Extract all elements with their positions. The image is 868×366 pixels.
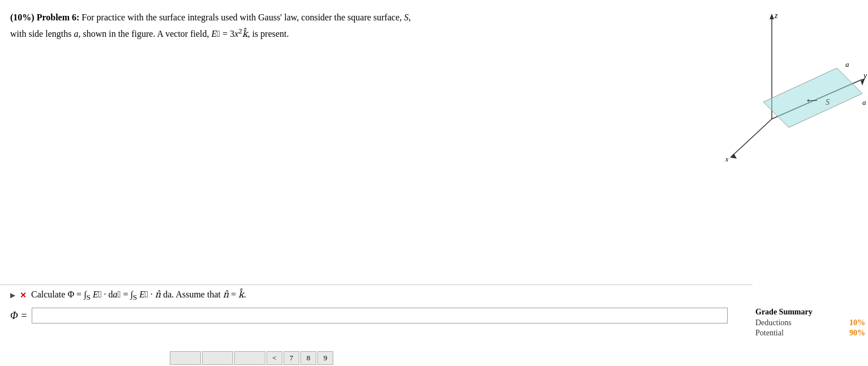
deductions-label: Deductions <box>755 318 792 327</box>
play-icon[interactable]: ▶ <box>10 291 15 300</box>
calculator-buttons: < 7 8 9 <box>170 351 333 365</box>
calculate-section: ▶ ✕ Calculate Φ = ∫S E⃗ · da⃗ = ∫S E⃗ · … <box>10 289 751 324</box>
potential-row: Potential 90% <box>755 329 865 338</box>
svg-marker-7 <box>730 154 737 159</box>
calculate-row: ▶ ✕ Calculate Φ = ∫S E⃗ · da⃗ = ∫S E⃗ · … <box>10 289 751 302</box>
svg-text:a: a <box>862 98 866 107</box>
3d-figure-svg: z y x a a S ⟵ <box>659 6 868 181</box>
problem-number: (10%) Problem 6: <box>10 12 79 22</box>
svg-text:a: a <box>845 60 849 69</box>
potential-value: 90% <box>849 329 865 338</box>
x-icon[interactable]: ✕ <box>20 291 27 300</box>
figure-area: z y x a a S ⟵ <box>659 6 868 181</box>
problem-header: (10%) Problem 6: For practice with the s… <box>10 10 633 25</box>
divider <box>0 284 753 285</box>
calc-btn-8[interactable]: 8 <box>300 351 316 365</box>
phi-input-row: Φ = <box>10 308 751 324</box>
grade-summary-title: Grade Summary <box>755 308 865 317</box>
calc-btn-2[interactable] <box>202 351 233 365</box>
calc-btn-9[interactable]: 9 <box>317 351 333 365</box>
svg-text:z: z <box>774 11 778 20</box>
deductions-value: 10% <box>849 318 865 327</box>
svg-text:y: y <box>862 71 867 80</box>
phi-label: Φ = <box>10 310 27 322</box>
svg-text:S: S <box>826 98 830 107</box>
svg-text:⟵: ⟵ <box>807 96 818 105</box>
calc-btn-1[interactable] <box>170 351 201 365</box>
svg-text:x: x <box>725 155 729 163</box>
calc-btn-7[interactable]: 7 <box>283 351 299 365</box>
problem-text: (10%) Problem 6: For practice with the s… <box>10 10 633 41</box>
phi-input[interactable] <box>32 308 728 324</box>
svg-line-6 <box>732 119 772 156</box>
calculate-formula-text: Calculate Φ = ∫S E⃗ · da⃗ = ∫S E⃗ · n̂ d… <box>31 289 246 302</box>
potential-label: Potential <box>755 329 784 338</box>
calc-btn-back[interactable]: < <box>267 351 282 365</box>
grade-summary: Grade Summary Deductions 10% Potential 9… <box>755 308 865 339</box>
main-container: (10%) Problem 6: For practice with the s… <box>0 0 868 366</box>
deductions-row: Deductions 10% <box>755 318 865 327</box>
problem-description: For practice with the surface integrals … <box>81 12 411 22</box>
problem-line2: with side lengths a, shown in the figure… <box>10 25 633 41</box>
calc-btn-3[interactable] <box>234 351 265 365</box>
svg-marker-1 <box>770 14 774 19</box>
